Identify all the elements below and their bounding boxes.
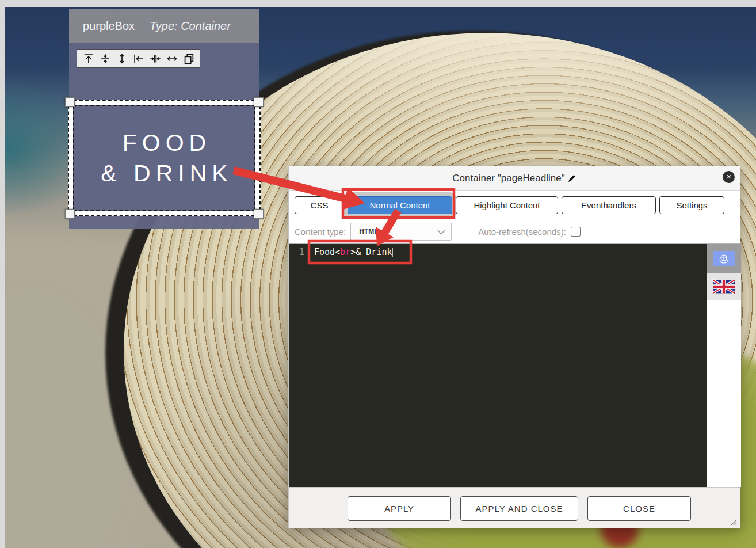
selection-handle-sw[interactable] bbox=[65, 209, 75, 219]
text-cursor bbox=[392, 248, 393, 257]
code-text: & Drink bbox=[356, 247, 392, 257]
align-left-icon[interactable] bbox=[131, 51, 146, 66]
screen: purpleBox Type: Container bbox=[0, 0, 756, 548]
edit-dialog: Container "pageHeadline" ✕ CSS Normal Co… bbox=[288, 166, 740, 528]
content-type-value: HTML bbox=[359, 227, 378, 235]
close-button[interactable]: CLOSE bbox=[587, 496, 691, 521]
language-english-flag[interactable] bbox=[707, 273, 741, 300]
selected-element[interactable]: FOOD & DRINK bbox=[73, 105, 255, 211]
tab-normal-content[interactable]: Normal Content bbox=[348, 196, 452, 214]
code-bracket: < bbox=[335, 247, 340, 257]
chevron-down-icon bbox=[437, 230, 445, 235]
apply-and-close-button[interactable]: APPLY AND CLOSE bbox=[460, 496, 578, 521]
un-flag-icon bbox=[713, 251, 735, 266]
stretch-horizontal-icon[interactable] bbox=[165, 51, 179, 66]
stretch-vertical-icon[interactable] bbox=[114, 51, 129, 66]
close-icon[interactable]: ✕ bbox=[723, 171, 735, 183]
dialog-tabs: CSS Normal Content Highlight Content Eve… bbox=[289, 191, 740, 219]
duplicate-icon[interactable] bbox=[181, 51, 196, 66]
auto-refresh-checkbox[interactable] bbox=[571, 227, 581, 237]
tab-highlight-content[interactable]: Highlight Content bbox=[456, 196, 558, 214]
language-column bbox=[707, 244, 741, 487]
selection-handle-nw[interactable] bbox=[65, 97, 75, 107]
editor-gutter: 1 bbox=[289, 244, 310, 487]
purplebox-container[interactable]: FOOD & DRINK bbox=[69, 43, 259, 229]
align-center-horizontal-icon[interactable] bbox=[148, 51, 162, 66]
code-line: Food<br>& Drink bbox=[310, 247, 393, 257]
content-type-label: Content type: bbox=[295, 227, 346, 237]
apply-button[interactable]: APPLY bbox=[348, 496, 451, 521]
dialog-footer: APPLY APPLY AND CLOSE CLOSE bbox=[289, 487, 740, 528]
content-type-select[interactable]: HTML bbox=[350, 223, 452, 241]
edit-title-icon[interactable] bbox=[568, 174, 576, 182]
content-type-row: Content type: HTML Auto-refresh(seconds)… bbox=[289, 219, 740, 244]
dialog-titlebar: Container "pageHeadline" ✕ bbox=[289, 166, 740, 191]
dialog-title: Container "pageHeadline" bbox=[452, 173, 564, 184]
line-number: 1 bbox=[299, 247, 304, 257]
tab-eventhandlers[interactable]: Eventhandlers bbox=[562, 196, 656, 214]
code-bracket: > bbox=[350, 247, 356, 257]
dialog-body: 1 Food<br>& Drink bbox=[289, 244, 740, 487]
language-un-flag[interactable] bbox=[707, 244, 741, 273]
code-tag: br bbox=[340, 247, 350, 257]
align-top-icon[interactable] bbox=[81, 51, 96, 66]
selection-frame[interactable]: FOOD & DRINK bbox=[68, 100, 261, 216]
align-middle-vertical-icon[interactable] bbox=[98, 51, 112, 66]
selection-handle-se[interactable] bbox=[254, 209, 264, 219]
headline-line2: & DRINK bbox=[96, 158, 232, 189]
tab-settings[interactable]: Settings bbox=[659, 196, 724, 214]
headline-line1: FOOD bbox=[117, 128, 211, 158]
selection-handle-ne[interactable] bbox=[254, 97, 264, 107]
widget-type-label: Type: Container bbox=[150, 20, 231, 33]
auto-refresh-label: Auto-refresh(seconds): bbox=[478, 227, 566, 237]
widget-name: purpleBox bbox=[83, 20, 135, 33]
widget-toolbar bbox=[77, 49, 200, 68]
resize-grip-icon[interactable] bbox=[731, 519, 737, 526]
widget-header: purpleBox Type: Container bbox=[69, 9, 259, 43]
code-editor[interactable]: 1 Food<br>& Drink bbox=[289, 244, 707, 487]
uk-flag-icon bbox=[713, 279, 735, 294]
tab-css[interactable]: CSS bbox=[295, 196, 344, 214]
code-text: Food bbox=[314, 247, 335, 257]
